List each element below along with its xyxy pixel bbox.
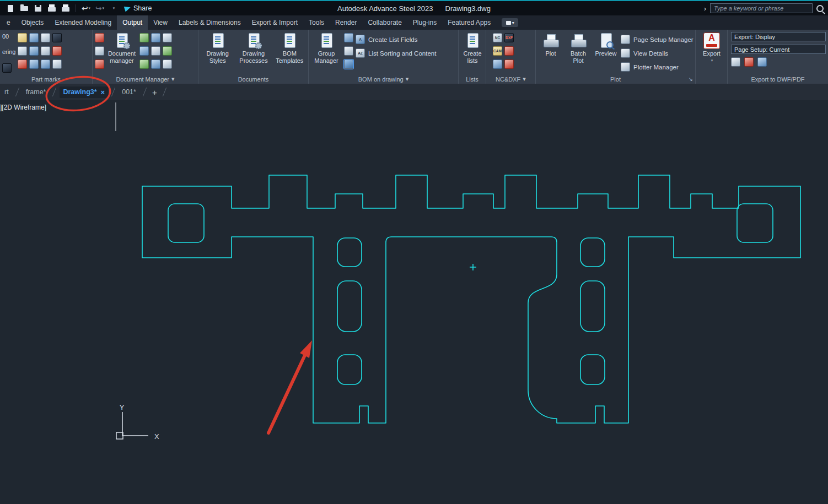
part-marks-icon-7[interactable] — [29, 59, 39, 69]
nc-settings-icon[interactable] — [504, 46, 514, 56]
redo-icon: ↪ — [95, 4, 102, 12]
doc-manager-icon-8[interactable] — [151, 46, 160, 56]
ribbon-toggle-caret-icon: ▾ — [512, 20, 514, 25]
document-manager-panel-label[interactable]: Document Manager ▾ — [93, 74, 198, 84]
part-marks-icon-4[interactable] — [18, 59, 27, 69]
qat-customize-button[interactable]: ▾ — [107, 3, 120, 13]
drawing-tab-frame[interactable]: frame* — [23, 86, 50, 97]
drawing-tab-001[interactable]: 001* — [119, 86, 139, 97]
drawing-viewport[interactable]: ][2D Wireframe] Y X — [0, 100, 828, 504]
doc-manager-icon-6[interactable] — [139, 59, 149, 69]
part-marks-icon-13[interactable] — [52, 59, 62, 69]
export-split-caret-icon[interactable]: ▾ — [711, 58, 713, 63]
expand-chevron-icon[interactable]: › — [704, 4, 706, 13]
plot-button[interactable]: Plot — [538, 32, 563, 57]
ribbon-tab-tools[interactable]: Tools — [303, 15, 330, 30]
search-icon[interactable] — [816, 5, 824, 12]
ribbon-tab-extended-modeling[interactable]: Extended Modeling — [49, 15, 117, 30]
doc-manager-icon-1[interactable] — [95, 33, 104, 42]
doc-manager-icon-7[interactable] — [151, 33, 160, 42]
new-file-button[interactable] — [4, 3, 17, 13]
view-details-button[interactable]: View Details — [621, 47, 693, 59]
search-input[interactable] — [710, 3, 813, 13]
dxf-settings-icon[interactable] — [504, 59, 514, 69]
bom-icon-1[interactable] — [344, 33, 353, 42]
undo-button[interactable]: ↩▾ — [80, 3, 92, 13]
bom-icon-3-selected[interactable] — [344, 59, 353, 69]
ribbon-tab-objects[interactable]: Objects — [16, 15, 50, 30]
bom-panel-label[interactable]: BOM on drawing ▾ — [309, 74, 458, 84]
plot-label: Plot — [546, 50, 556, 57]
plot-button-qat[interactable] — [46, 3, 58, 13]
part-marks-icon-12[interactable] — [52, 46, 62, 56]
drawing-tab-partial[interactable]: rt — [1, 86, 12, 97]
bom-templates-button[interactable]: BOM Templates — [274, 32, 305, 64]
nc-grid-icon[interactable] — [493, 59, 502, 69]
part-marks-icon-9[interactable] — [41, 46, 50, 56]
page-setup-manager-button[interactable]: Page Setup Manager — [621, 33, 693, 46]
part-marks-icon-1[interactable] — [2, 63, 12, 73]
ribbon-tab-plugins[interactable]: Plug-ins — [407, 15, 442, 30]
part-marks-icon-8[interactable] — [41, 33, 50, 42]
doc-manager-icon-12[interactable] — [163, 59, 172, 69]
doc-manager-icon-5[interactable] — [139, 46, 149, 56]
doc-manager-icon-10[interactable] — [163, 33, 172, 42]
part-marks-panel-label[interactable]: Part marks — [0, 74, 92, 84]
doc-manager-icon-4[interactable] — [139, 33, 149, 42]
save-button[interactable] — [32, 3, 44, 13]
ribbon-display-toggle[interactable]: ▾ — [502, 18, 518, 27]
export-option-icon-1[interactable] — [731, 57, 740, 67]
doc-manager-icon-9[interactable] — [151, 59, 160, 69]
bom-icon-2[interactable] — [344, 46, 353, 56]
drawing-styles-button[interactable]: Drawing Styles — [202, 32, 233, 64]
redo-button[interactable]: ↪▾ — [94, 3, 106, 13]
preview-button[interactable]: Preview — [593, 32, 619, 57]
batch-plot-icon — [569, 32, 587, 49]
drawing-processes-button[interactable]: Drawing Processes — [238, 32, 269, 64]
ribbon-tab-export-import[interactable]: Export & Import — [246, 15, 303, 30]
nc-icon[interactable]: NC — [493, 33, 502, 42]
batch-plot-button[interactable]: Batch Plot — [566, 32, 591, 64]
export-button[interactable]: A Export ▾ — [699, 32, 724, 63]
page-setup-current-field[interactable]: Page Setup: Current — [731, 45, 826, 54]
ribbon-tab-featured-apps[interactable]: Featured Apps — [442, 15, 496, 30]
new-drawing-tab-button[interactable]: + — [150, 88, 159, 97]
cam-icon[interactable]: CAM — [493, 46, 502, 56]
app-title: Autodesk Advance Steel 2023 — [337, 4, 433, 13]
plot-dialog-launcher[interactable]: ↘ — [689, 76, 693, 82]
document-manager-button[interactable]: Document manager — [106, 32, 137, 64]
export-option-icon-3[interactable] — [757, 57, 767, 67]
undo-dropdown-caret[interactable]: ▾ — [89, 6, 91, 10]
document-title: Drawing3.dwg — [445, 4, 491, 13]
ribbon-tab-output[interactable]: Output — [117, 15, 148, 30]
doc-manager-icon-11[interactable] — [163, 46, 172, 56]
doc-manager-icon-2[interactable] — [95, 46, 104, 56]
drawing-tab-close-button[interactable]: × — [101, 88, 105, 96]
batch-plot-button-qat[interactable] — [60, 3, 72, 13]
open-file-button[interactable] — [18, 3, 30, 13]
export-option-icon-2[interactable] — [744, 57, 754, 67]
ncdxf-panel-label[interactable]: NC&DXF ▾ — [486, 74, 535, 84]
part-marks-icon-10[interactable] — [41, 59, 50, 69]
doc-manager-icon-3[interactable] — [95, 59, 104, 69]
part-marks-icon-3[interactable] — [18, 46, 27, 56]
ribbon-tab-render[interactable]: Render — [330, 15, 362, 30]
ribbon-tab-view[interactable]: View — [148, 15, 173, 30]
list-sorting-button[interactable]: AZ List Sorting and Content — [356, 47, 436, 59]
part-marks-icon-5[interactable] — [29, 33, 39, 42]
group-manager-button[interactable]: Group Manager — [311, 32, 342, 64]
share-button[interactable]: Share — [125, 4, 152, 12]
create-lists-button[interactable]: Create lists — [461, 32, 484, 64]
ribbon-tab-partial[interactable]: e — [1, 15, 16, 30]
drawing-tab-drawing3[interactable]: Drawing3* × — [60, 86, 108, 98]
export-display-field[interactable]: Export: Display — [731, 32, 826, 41]
dxf-icon[interactable]: DXF — [504, 33, 514, 42]
part-marks-icon-2[interactable] — [18, 33, 27, 42]
part-marks-icon-6[interactable] — [29, 46, 39, 56]
ribbon-tab-collaborate[interactable]: Collaborate — [362, 15, 407, 30]
create-list-fields-button[interactable]: A Create List Fields — [356, 33, 436, 46]
plotter-manager-button[interactable]: Plotter Manager — [621, 61, 693, 73]
part-marks-icon-11[interactable] — [52, 33, 62, 42]
redo-dropdown-caret[interactable]: ▾ — [103, 6, 105, 10]
ribbon-tab-labels-dimensions[interactable]: Labels & Dimensions — [173, 15, 246, 30]
